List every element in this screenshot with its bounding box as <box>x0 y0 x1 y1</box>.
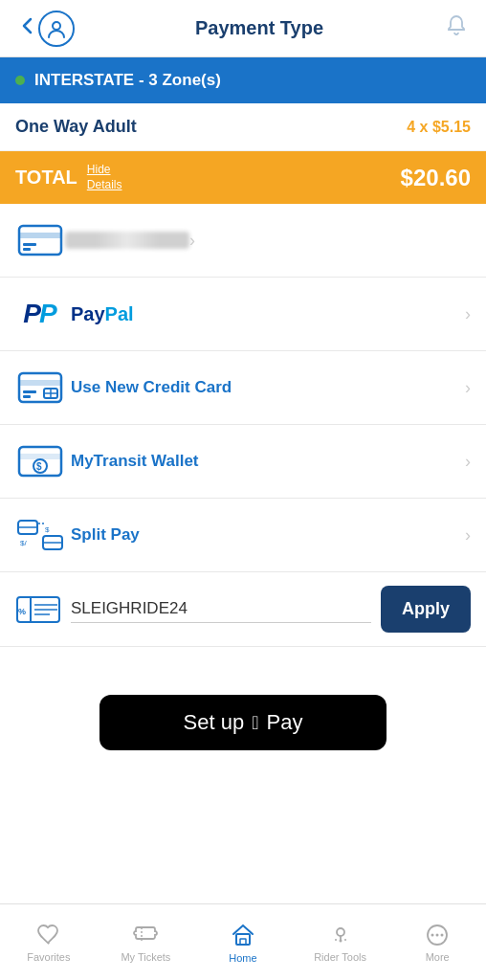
promo-icon: % <box>15 589 61 631</box>
wallet-icon: $ <box>15 440 65 482</box>
nav-more-label: More <box>426 951 450 963</box>
hide-details-button[interactable]: HideDetails <box>87 163 122 192</box>
nav-my-tickets-label: My Tickets <box>121 951 170 963</box>
svg-point-38 <box>436 933 439 936</box>
svg-point-35 <box>344 939 346 941</box>
svg-point-0 <box>53 22 60 30</box>
nav-favorites-label: Favorites <box>27 951 70 963</box>
new-credit-card-row[interactable]: Use New Credit Card › <box>0 351 486 425</box>
promo-code-row: % Apply <box>0 572 486 647</box>
chevron-icon: › <box>465 378 471 398</box>
paypal-icon: P P <box>15 293 65 335</box>
apple-pay-pay-label: Pay <box>267 710 303 735</box>
apple-pay-setup-label: Set up <box>184 710 245 735</box>
split-pay-row[interactable]: $/ $ Split Pay › <box>0 499 486 572</box>
route-text: INTERSTATE - 3 Zone(s) <box>34 71 221 90</box>
chevron-icon: › <box>189 231 195 251</box>
ticket-price-display: 4 x $5.15 <box>407 119 471 136</box>
nav-rider-tools-label: Rider Tools <box>314 951 366 963</box>
chevron-icon: › <box>465 304 471 324</box>
svg-rect-3 <box>23 243 36 246</box>
apple-logo-icon:  <box>252 712 258 734</box>
svg-rect-2 <box>19 233 61 238</box>
route-banner: INTERSTATE - 3 Zone(s) <box>0 57 486 103</box>
total-amount: $20.60 <box>401 165 471 191</box>
saved-card-row[interactable]: › <box>0 204 486 278</box>
total-bar: TOTAL HideDetails $20.60 <box>0 151 486 204</box>
back-button[interactable] <box>17 15 38 42</box>
total-label: TOTAL <box>15 167 77 189</box>
svg-text:$: $ <box>36 461 42 472</box>
svg-rect-6 <box>19 380 61 386</box>
paypal-row[interactable]: P P PayPal › <box>0 278 486 351</box>
svg-point-32 <box>337 928 344 936</box>
saved-card-placeholder <box>65 232 189 249</box>
bottom-navigation: Favorites My Tickets Home Rider Tools <box>0 903 486 980</box>
saved-card-icon <box>15 219 65 261</box>
apple-pay-section: Set up  Pay <box>0 647 486 779</box>
mytransit-wallet-row[interactable]: $ MyTransit Wallet › <box>0 425 486 499</box>
route-status-dot <box>15 76 25 85</box>
svg-point-37 <box>431 933 434 936</box>
svg-point-39 <box>441 933 444 936</box>
header: Payment Type <box>0 0 486 57</box>
user-avatar[interactable] <box>38 11 75 47</box>
ticket-info: One Way Adult 4 x $5.15 <box>0 103 486 151</box>
svg-text:$/: $/ <box>20 539 27 547</box>
paypal-label: PayPal <box>71 303 465 325</box>
svg-point-33 <box>339 939 342 942</box>
nav-item-my-tickets[interactable]: My Tickets <box>98 904 195 980</box>
nav-item-rider-tools[interactable]: Rider Tools <box>292 904 389 980</box>
chevron-icon: › <box>465 525 471 546</box>
apply-button[interactable]: Apply <box>381 586 471 633</box>
split-pay-label: Split Pay <box>71 525 465 545</box>
chevron-icon: › <box>465 452 471 472</box>
payment-options-list: › P P PayPal › Use New Credit <box>0 204 486 647</box>
page-title: Payment Type <box>75 17 444 39</box>
total-left: TOTAL HideDetails <box>15 163 122 192</box>
promo-code-input[interactable] <box>71 595 371 623</box>
svg-rect-7 <box>23 390 36 393</box>
notification-bell-icon[interactable] <box>444 13 469 44</box>
nav-home-label: Home <box>229 952 256 964</box>
svg-text:%: % <box>18 607 26 616</box>
mytransit-wallet-label: MyTransit Wallet <box>71 452 465 471</box>
svg-point-34 <box>335 939 337 941</box>
svg-text:$: $ <box>45 525 50 534</box>
svg-rect-8 <box>23 395 31 398</box>
svg-rect-4 <box>23 248 31 251</box>
nav-item-favorites[interactable]: Favorites <box>0 904 98 980</box>
nav-item-home[interactable]: Home <box>194 904 292 980</box>
split-pay-icon: $/ $ <box>15 514 65 556</box>
nav-item-more[interactable]: More <box>388 904 486 980</box>
new-credit-card-label: Use New Credit Card <box>71 378 465 397</box>
credit-card-icon <box>15 367 65 409</box>
apple-pay-button[interactable]: Set up  Pay <box>99 695 387 750</box>
ticket-type-label: One Way Adult <box>15 117 137 137</box>
